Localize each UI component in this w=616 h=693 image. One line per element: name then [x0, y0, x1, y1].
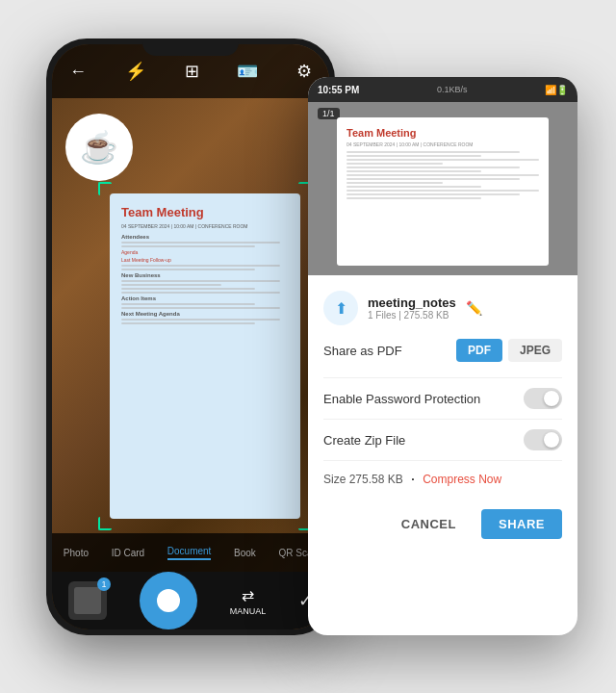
preview-line — [346, 190, 539, 192]
grid-icon[interactable]: ⊞ — [185, 61, 199, 82]
toggle-knob — [544, 391, 559, 406]
preview-line — [346, 174, 539, 176]
status-time: 10:55 PM — [318, 85, 359, 95]
preview-subtitle: 04 SEPTEMBER 2024 | 10:00 AM | CONFERENC… — [346, 141, 539, 147]
doc-followup: Last Meeting Follow-up — [121, 257, 289, 263]
scene: ☕ ← ⚡ ⊞ 🪪 ⚙ Team Meeting 04 SEPTEMBER 20… — [0, 0, 616, 693]
preview-line — [346, 170, 481, 172]
notch-left — [142, 38, 239, 56]
doc-line — [121, 319, 280, 321]
size-row: Size 275.58 KB · Compress Now — [323, 460, 562, 498]
share-sheet: ⬆ meeting_notes 1 Files | 275.58 KB ✏️ S… — [308, 275, 578, 554]
manual-arrows-icon: ⇄ — [242, 586, 254, 604]
preview-document: Team Meeting 04 SEPTEMBER 2024 | 10:00 A… — [337, 117, 549, 266]
file-meta: 1 Files | 275.58 KB — [368, 310, 456, 321]
document-preview: 1/1 Team Meeting 04 SEPTEMBER 2024 | 10:… — [308, 102, 578, 275]
id-card-icon[interactable]: 🪪 — [237, 61, 258, 82]
phone-left-inner: ☕ ← ⚡ ⊞ 🪪 ⚙ Team Meeting 04 SEPTEMBER 20… — [52, 44, 329, 629]
doc-line — [121, 303, 255, 305]
manual-label: MANUAL — [230, 606, 267, 616]
zip-row: Create Zip File — [323, 419, 562, 460]
preview-line — [346, 193, 520, 195]
password-toggle[interactable] — [524, 388, 562, 409]
preview-line — [346, 155, 481, 157]
zip-label: Create Zip File — [323, 433, 405, 448]
doc-line — [121, 322, 255, 324]
preview-line — [346, 178, 520, 180]
share-icon: ⬆ — [323, 291, 358, 325]
doc-line — [121, 307, 280, 309]
action-buttons: CANCEL SHARE — [323, 509, 562, 539]
status-data: 0.1KB/s — [437, 85, 468, 94]
doc-line — [121, 245, 255, 247]
preview-title: Team Meeting — [346, 127, 539, 139]
preview-line — [346, 197, 481, 199]
corner-bl — [98, 517, 112, 530]
camera-tabs: Photo ID Card Document Book QR Scan — [52, 533, 329, 572]
pdf-button[interactable]: PDF — [456, 339, 502, 362]
share-format-row: Share as PDF PDF JPEG — [323, 339, 562, 362]
capture-button[interactable] — [140, 572, 197, 629]
phone-left: ☕ ← ⚡ ⊞ 🪪 ⚙ Team Meeting 04 SEPTEMBER 20… — [46, 38, 335, 635]
file-info-row: ⬆ meeting_notes 1 Files | 275.58 KB ✏️ — [323, 291, 562, 325]
compress-link[interactable]: Compress Now — [423, 473, 501, 486]
status-icons: 📶🔋 — [545, 85, 568, 95]
corner-tl — [98, 182, 112, 195]
doc-line — [121, 292, 280, 294]
toggle-knob-zip — [544, 432, 559, 448]
cancel-button[interactable]: CANCEL — [388, 509, 470, 539]
file-details: meeting_notes 1 Files | 275.58 KB — [368, 295, 456, 321]
flash-icon[interactable]: ⚡ — [125, 61, 146, 82]
password-label: Enable Password Protection — [323, 392, 480, 406]
thumbnail-badge: 1 — [97, 578, 111, 591]
tab-photo[interactable]: Photo — [64, 548, 89, 558]
doc-line — [121, 280, 280, 282]
password-row: Enable Password Protection — [323, 377, 562, 419]
back-icon[interactable]: ← — [69, 62, 87, 82]
doc-line — [121, 242, 280, 244]
preview-line — [346, 163, 443, 165]
capture-inner — [157, 589, 180, 612]
doc-agenda: Agenda — [121, 249, 289, 255]
share-button[interactable]: SHARE — [481, 509, 562, 539]
edit-filename-icon[interactable]: ✏️ — [466, 300, 482, 316]
coffee-cup: ☕ — [65, 114, 133, 181]
share-as-label: Share as PDF — [323, 344, 402, 358]
jpeg-button[interactable]: JPEG — [508, 339, 562, 362]
doc-line — [121, 265, 280, 267]
doc-line — [121, 284, 221, 286]
doc-next-agenda: Next Meeting Agenda — [121, 311, 289, 317]
bottom-controls: 1 ⇄ MANUAL ✓ — [52, 572, 329, 629]
document-overlay: Team Meeting 04 SEPTEMBER 2024 | 10:00 A… — [110, 193, 300, 519]
format-buttons: PDF JPEG — [456, 339, 562, 362]
doc-line — [121, 269, 255, 270]
zip-toggle[interactable] — [524, 429, 562, 450]
doc-new-business: New Business — [121, 272, 289, 278]
doc-action-items: Action Items — [121, 295, 289, 301]
doc-line — [121, 288, 255, 290]
tab-document[interactable]: Document — [167, 546, 212, 560]
doc-title: Team Meeting — [121, 205, 289, 220]
preview-line — [346, 186, 481, 188]
doc-attendees: Attendees — [121, 234, 289, 240]
settings-icon[interactable]: ⚙ — [296, 61, 312, 82]
tab-book[interactable]: Book — [234, 548, 256, 558]
preview-line — [346, 151, 520, 153]
preview-line — [346, 167, 520, 168]
tab-id-card[interactable]: ID Card — [112, 548, 144, 558]
thumbnail-button[interactable]: 1 — [68, 581, 107, 620]
page-indicator: 1/1 — [318, 108, 340, 119]
preview-line — [346, 182, 443, 184]
file-name: meeting_notes — [368, 295, 456, 310]
phone-right: 10:55 PM 0.1KB/s 📶🔋 1/1 Team Meeting 04 … — [308, 77, 578, 635]
doc-subtitle: 04 SEPTEMBER 2024 | 10:00 AM | CONFERENC… — [121, 223, 289, 229]
size-text: Size 275.58 KB — [323, 473, 403, 486]
right-status-bar: 10:55 PM 0.1KB/s 📶🔋 — [308, 77, 578, 102]
preview-line — [346, 159, 539, 161]
